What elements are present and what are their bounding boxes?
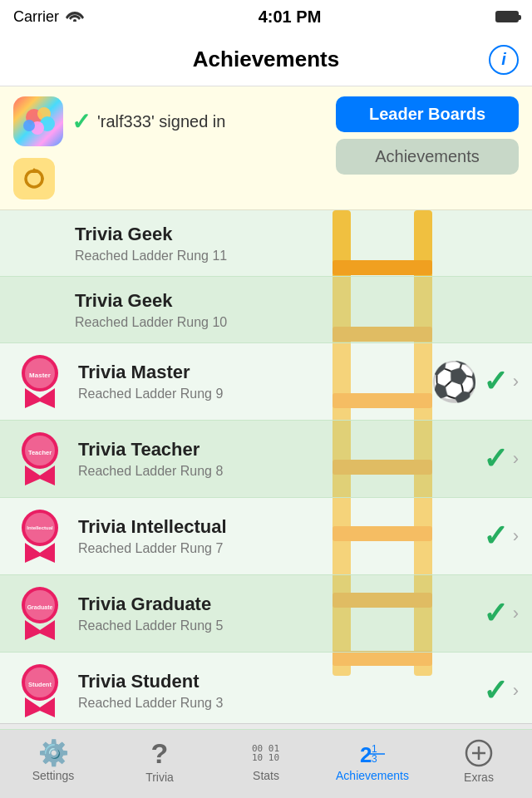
achievement-item[interactable]: Intellectual Trivia Intellectual Reached… xyxy=(0,498,532,575)
tab-achievements[interactable]: 2 1 3 Achievements xyxy=(319,724,426,798)
achievement-text: Trivia Graduate Reached Ladder Rung 5 xyxy=(78,594,476,633)
soccer-ball-icon: ⚽ xyxy=(431,359,478,404)
tab-trivia[interactable]: ? Trivia xyxy=(106,724,213,798)
completed-check-icon: ✓ xyxy=(483,598,508,628)
tab-settings-label: Settings xyxy=(32,769,75,782)
chevron-right-icon: › xyxy=(513,525,519,547)
achievement-name: Trivia Graduate xyxy=(78,594,476,615)
chevron-right-icon: › xyxy=(513,603,519,624)
settings-icon: ⚙️ xyxy=(38,741,69,766)
achievement-name: Trivia Master xyxy=(78,362,424,383)
nav-bar: Achievements i xyxy=(0,33,532,86)
tab-stats[interactable]: 00 01 10 10 Stats xyxy=(213,724,319,798)
achievement-item[interactable]: Trivia Geek Reached Ladder Rung 10 xyxy=(0,277,532,343)
gc-buttons: Leader Boards Achievements xyxy=(336,96,519,175)
info-button[interactable]: i xyxy=(489,45,519,75)
achievement-sub: Reached Ladder Rung 5 xyxy=(78,618,476,633)
achievement-right: ✓ › xyxy=(483,598,519,628)
svg-point-0 xyxy=(73,19,76,22)
battery-icon xyxy=(495,11,519,22)
svg-text:3: 3 xyxy=(372,753,377,765)
achievement-text: Trivia Geek Reached Ladder Rung 10 xyxy=(75,290,519,330)
achievement-right: ✓ › xyxy=(483,676,519,706)
completed-check-icon: ✓ xyxy=(483,367,508,397)
tab-trivia-label: Trivia xyxy=(145,771,174,784)
achievement-sub: Reached Ladder Rung 8 xyxy=(78,464,476,479)
achievement-name: Trivia Intellectual xyxy=(78,516,476,538)
trivia-icon: ? xyxy=(151,739,169,767)
svg-text:Graduate: Graduate xyxy=(27,604,53,610)
achievement-name: Trivia Geek xyxy=(75,290,519,312)
check-icon: ✓ xyxy=(71,108,91,135)
page-title: Achievements xyxy=(193,47,339,72)
achievement-right: ⚽ ✓ › xyxy=(431,359,519,404)
achievements-list-container: Trivia Geek Reached Ladder Rung 11 Trivi… xyxy=(0,210,532,730)
svg-text:Teacher: Teacher xyxy=(28,449,52,456)
signed-in-text: 'ralf333' signed in xyxy=(97,112,225,131)
achievement-text: Trivia Intellectual Reached Ladder Rung … xyxy=(78,516,476,556)
time-display: 4:01 PM xyxy=(259,7,322,27)
achievement-item[interactable]: Student Trivia Student Reached Ladder Ru… xyxy=(0,653,532,730)
achievement-name: Trivia Geek xyxy=(75,224,519,245)
achievement-name: Trivia Student xyxy=(78,671,476,692)
tab-stats-label: Stats xyxy=(253,769,279,782)
achievement-right: ✓ › xyxy=(483,444,519,474)
status-bar: Carrier 4:01 PM xyxy=(0,0,532,33)
wifi-icon xyxy=(66,8,84,26)
achievement-sub: Reached Ladder Rung 11 xyxy=(75,249,519,264)
achievement-right: ✓ › xyxy=(483,521,519,551)
achievement-item[interactable]: Trivia Geek Reached Ladder Rung 11 xyxy=(0,210,532,277)
completed-check-icon: ✓ xyxy=(483,444,508,474)
tab-achievements-label: Achievements xyxy=(336,769,409,782)
refresh-button[interactable] xyxy=(13,158,55,200)
leader-boards-button[interactable]: Leader Boards xyxy=(336,96,519,132)
game-center-banner: ✓ 'ralf333' signed in Leader Boards Achi… xyxy=(0,86,532,210)
achievements-tab-icon: 2 1 3 xyxy=(358,741,387,766)
tab-extras[interactable]: Exras xyxy=(426,724,532,798)
svg-text:Student: Student xyxy=(28,681,52,688)
achievement-sub: Reached Ladder Rung 3 xyxy=(78,696,476,711)
achievement-item[interactable]: Master Trivia Master Reached Ladder Rung… xyxy=(0,343,532,421)
achievement-name: Trivia Teacher xyxy=(78,439,476,461)
completed-check-icon: ✓ xyxy=(483,521,508,551)
completed-check-icon: ✓ xyxy=(483,676,508,706)
achievement-item[interactable]: Teacher Trivia Teacher Reached Ladder Ru… xyxy=(0,421,532,498)
gc-left-section: ✓ 'ralf333' signed in xyxy=(13,96,225,200)
achievement-text: Trivia Student Reached Ladder Rung 3 xyxy=(78,671,476,711)
svg-text:Intellectual: Intellectual xyxy=(27,525,53,530)
achievement-sub: Reached Ladder Rung 9 xyxy=(78,387,424,401)
tab-extras-label: Exras xyxy=(464,771,494,784)
achievement-icon: Teacher xyxy=(13,432,66,485)
achievement-text: Trivia Teacher Reached Ladder Rung 8 xyxy=(78,439,476,479)
carrier-label: Carrier xyxy=(13,8,59,26)
chevron-right-icon: › xyxy=(513,371,519,392)
chevron-right-icon: › xyxy=(513,680,519,702)
achievement-icon: Intellectual xyxy=(13,510,66,563)
svg-text:10 10: 10 10 xyxy=(252,752,279,763)
tab-bar: ⚙️ Settings ? Trivia 00 01 10 10 Stats 2… xyxy=(0,723,532,798)
chevron-right-icon: › xyxy=(513,448,519,470)
extras-icon xyxy=(465,739,493,767)
signed-in-indicator: ✓ 'ralf333' signed in xyxy=(71,108,225,135)
game-center-icon xyxy=(13,96,63,146)
tab-settings[interactable]: ⚙️ Settings xyxy=(0,724,106,798)
achievement-text: Trivia Geek Reached Ladder Rung 11 xyxy=(75,224,519,264)
stats-icon: 00 01 10 10 xyxy=(252,741,280,766)
battery-area xyxy=(495,11,519,22)
achievement-icon: Master xyxy=(13,355,66,408)
achievement-text: Trivia Master Reached Ladder Rung 9 xyxy=(78,362,424,401)
achievement-sub: Reached Ladder Rung 10 xyxy=(75,315,519,330)
achievement-item[interactable]: Graduate Trivia Graduate Reached Ladder … xyxy=(0,575,532,653)
achievement-sub: Reached Ladder Rung 7 xyxy=(78,541,476,556)
achievement-icon: Graduate xyxy=(13,587,66,640)
achievements-button[interactable]: Achievements xyxy=(336,139,519,175)
status-left: Carrier xyxy=(13,8,84,26)
svg-text:Master: Master xyxy=(29,372,51,379)
svg-point-5 xyxy=(23,120,35,131)
achievement-icon: Student xyxy=(13,664,66,717)
